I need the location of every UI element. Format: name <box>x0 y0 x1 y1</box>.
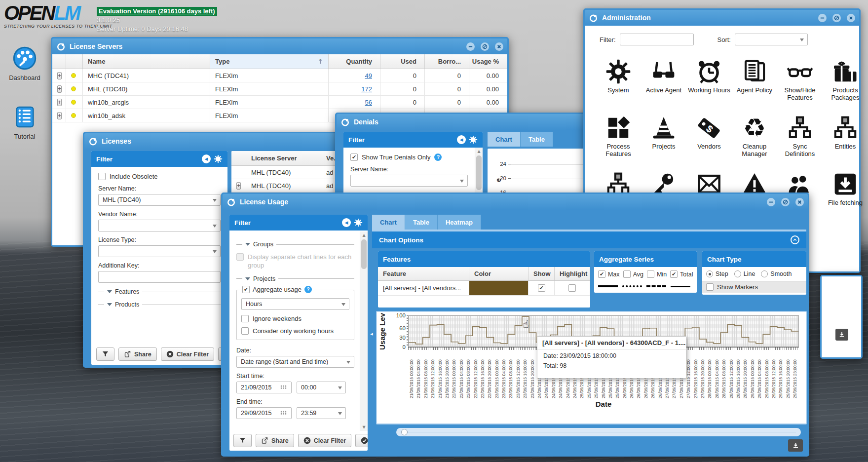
tab-heatmap[interactable]: Heatmap <box>438 215 481 230</box>
working-hours-checkbox[interactable]: Consider only working hours <box>241 327 349 335</box>
collapse-back-icon[interactable]: ◀ <box>342 218 351 227</box>
start-time-select[interactable]: 00:00 <box>297 382 346 393</box>
aggregate-avg-checkbox[interactable]: Avg <box>623 270 643 278</box>
collapse-back-icon[interactable]: ◀ <box>202 154 211 163</box>
aggregate-min-checkbox[interactable]: Min <box>647 270 667 278</box>
minimize-button[interactable] <box>818 14 827 22</box>
share-button[interactable]: Share <box>118 347 157 361</box>
collapse-back-icon[interactable]: ◀ <box>457 135 466 144</box>
panel-collapse-handle[interactable]: ◀ <box>369 313 374 355</box>
admin-filter-input[interactable] <box>620 34 694 45</box>
expand-button[interactable]: + <box>52 69 66 82</box>
clear-filter-button[interactable]: Clear Filter <box>161 347 214 361</box>
expand-button[interactable]: + <box>52 109 66 122</box>
gear-icon[interactable] <box>214 154 223 163</box>
true-denials-checkbox[interactable]: Show True Denials Only ? <box>350 154 468 161</box>
quantity-link[interactable]: 49 <box>365 72 372 79</box>
gear-icon[interactable] <box>354 218 363 227</box>
admin-item-entities[interactable]: Entities <box>823 113 868 167</box>
groups-section-toggle[interactable]: Groups <box>236 240 354 248</box>
admin-item-file-fetching[interactable]: File fetching <box>823 169 868 223</box>
minimize-button[interactable] <box>466 42 475 51</box>
close-button[interactable] <box>795 198 804 206</box>
license-type-select[interactable] <box>98 245 221 257</box>
admin-item-cleanup-manager[interactable]: ♻ Cleanup Manager <box>732 113 777 167</box>
popout-button[interactable] <box>481 42 489 51</box>
column-quantity[interactable]: Quantity <box>329 54 380 69</box>
column-used[interactable]: Used <box>380 54 425 69</box>
expand-button[interactable]: + <box>52 96 66 109</box>
gear-icon[interactable] <box>469 135 478 144</box>
feature-color-cell[interactable] <box>469 281 528 295</box>
table-row[interactable]: + MHL (TDC40) FLEXlm 172 0 0 0.00 <box>52 82 507 96</box>
collapse-chevron-icon[interactable] <box>791 235 799 244</box>
admin-item-show-hide-features[interactable]: Show/Hide Features <box>777 56 823 111</box>
help-icon[interactable]: ? <box>304 286 312 293</box>
additional-key-input[interactable] <box>98 271 221 283</box>
column-borrowed[interactable]: Borro... <box>425 54 469 69</box>
admin-item-vendors[interactable]: $ Vendors <box>686 113 732 167</box>
admin-item-active-agent[interactable]: Active Agent <box>641 56 686 111</box>
chart-type-smooth-radio[interactable]: Smooth <box>761 270 792 277</box>
admin-item-working-hours[interactable]: Working Hours <box>686 56 732 111</box>
start-date-input[interactable]: 21/09/2015 <box>236 382 292 393</box>
table-row[interactable]: + win10b_arcgis FLEXlm 56 0 0 0.00 <box>52 96 507 109</box>
admin-item-agent-policy[interactable]: Agent Policy <box>732 56 777 111</box>
end-time-select[interactable]: 23:59 <box>297 407 346 419</box>
products-section-toggle[interactable]: Products <box>98 301 221 308</box>
filter-funnel-button[interactable] <box>233 434 252 447</box>
tab-chart[interactable]: Chart <box>372 215 405 230</box>
scrollbar-vertical[interactable]: ▲ ▼ <box>360 231 368 431</box>
tab-table[interactable]: Table <box>521 132 553 147</box>
show-markers-checkbox[interactable]: Show Markers <box>702 281 806 293</box>
feature-row[interactable]: [All servers] - [All vendors... <box>378 281 590 296</box>
server-name-select[interactable]: MHL (TDC40) <box>98 194 221 206</box>
aggregate-max-checkbox[interactable]: Max <box>598 270 620 278</box>
close-button[interactable] <box>495 42 503 51</box>
column-license-server[interactable]: License Server <box>246 151 321 165</box>
scrollbar-horizontal[interactable] <box>396 428 801 436</box>
aggregate-total-checkbox[interactable]: Total <box>670 270 693 278</box>
features-section-toggle[interactable]: Features <box>98 288 221 296</box>
admin-item-process-features[interactable]: Process Features <box>596 113 641 167</box>
quantity-link[interactable]: 56 <box>365 99 372 106</box>
chart-download-button[interactable] <box>788 439 803 452</box>
popout-button[interactable] <box>832 14 841 22</box>
evaluation-version-link[interactable]: Evaluation Version (2916106 days left) <box>97 7 217 16</box>
expand-cell[interactable]: + <box>231 179 246 192</box>
export-download-button[interactable] <box>835 329 848 341</box>
projects-section-toggle[interactable]: Projects <box>236 275 354 283</box>
share-button[interactable]: Share <box>256 434 294 447</box>
ignore-weekends-checkbox[interactable]: Ignore weekends <box>241 315 349 322</box>
column-type-sorted[interactable]: Type↑ <box>210 54 329 69</box>
clear-filter-button[interactable]: Clear Filter <box>298 434 351 447</box>
aggregate-unit-select[interactable]: Hours <box>241 298 349 310</box>
admin-item-products-packages[interactable]: Products Packages <box>823 56 868 111</box>
popout-button[interactable] <box>781 198 790 206</box>
filter-funnel-button[interactable] <box>96 347 114 361</box>
end-date-input[interactable]: 29/09/2015 <box>236 407 292 419</box>
feature-show-checkbox[interactable] <box>528 281 555 295</box>
date-range-select[interactable]: Date range (Start and End time) <box>236 356 354 368</box>
tab-chart[interactable]: Chart <box>488 132 521 147</box>
apply-button[interactable]: Apply <box>355 434 368 447</box>
calendar-icon[interactable] <box>280 384 287 391</box>
table-row[interactable]: + MHC (TDC41) FLEXlm 49 0 0 0.00 <box>52 69 507 82</box>
aggregate-usage-checkbox[interactable]: Aggregate usage ? <box>240 286 314 293</box>
close-button[interactable] <box>847 14 855 22</box>
scrollbar-thumb[interactable] <box>401 429 408 435</box>
chart-type-line-radio[interactable]: Line <box>734 270 755 277</box>
minimize-button[interactable] <box>767 198 775 206</box>
include-obsolete-checkbox[interactable]: Include Obsolete <box>98 173 221 180</box>
display-separate-checkbox[interactable]: Display separate chart lines for each gr… <box>236 253 354 270</box>
help-icon[interactable]: ? <box>434 154 442 161</box>
expand-button[interactable]: + <box>52 82 66 95</box>
admin-item-system[interactable]: System <box>596 56 641 111</box>
vendor-name-select[interactable] <box>98 220 221 231</box>
license-servers-titlebar[interactable]: License Servers <box>52 38 507 54</box>
sidebar-item-tutorial[interactable]: Tutorial <box>7 104 42 140</box>
denials-titlebar[interactable]: Denials <box>337 114 610 130</box>
feature-highlight-checkbox[interactable] <box>555 281 590 295</box>
chart-type-step-radio[interactable]: Step <box>706 270 728 277</box>
calendar-icon[interactable] <box>280 409 287 417</box>
